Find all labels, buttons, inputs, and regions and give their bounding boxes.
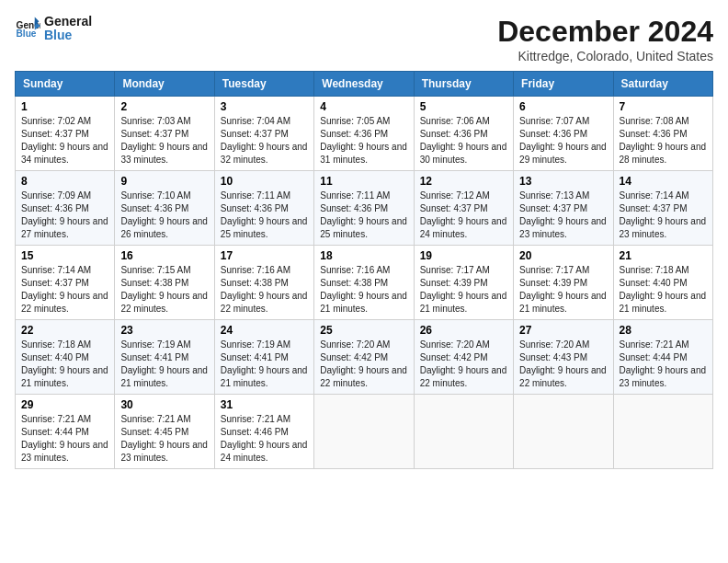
day-number: 10 — [221, 175, 308, 188]
day-number: 21 — [620, 249, 707, 262]
day-number: 19 — [420, 249, 507, 262]
day-info: Sunrise: 7:13 AMSunset: 4:37 PMDaylight:… — [519, 190, 607, 241]
day-info: Sunrise: 7:19 AMSunset: 4:41 PMDaylight:… — [120, 339, 208, 390]
day-number: 5 — [420, 100, 507, 113]
calendar-cell: 14Sunrise: 7:14 AMSunset: 4:37 PMDayligh… — [613, 171, 712, 246]
day-info: Sunrise: 7:05 AMSunset: 4:36 PMDaylight:… — [320, 115, 407, 167]
calendar-cell: 9Sunrise: 7:10 AMSunset: 4:36 PMDaylight… — [115, 171, 214, 246]
day-info: Sunrise: 7:21 AMSunset: 4:45 PMDaylight:… — [120, 413, 208, 465]
day-info: Sunrise: 7:20 AMSunset: 4:43 PMDaylight:… — [519, 339, 607, 390]
calendar-cell: 16Sunrise: 7:15 AMSunset: 4:38 PMDayligh… — [115, 246, 214, 320]
calendar-cell: 21Sunrise: 7:18 AMSunset: 4:40 PMDayligh… — [613, 246, 712, 320]
day-info: Sunrise: 7:06 AMSunset: 4:36 PMDaylight:… — [420, 115, 507, 167]
day-number: 22 — [21, 324, 108, 337]
calendar-cell: 24Sunrise: 7:19 AMSunset: 4:41 PMDayligh… — [214, 320, 313, 395]
calendar-cell: 22Sunrise: 7:18 AMSunset: 4:40 PMDayligh… — [16, 320, 115, 395]
day-number: 12 — [420, 175, 507, 188]
calendar-cell: 8Sunrise: 7:09 AMSunset: 4:36 PMDaylight… — [16, 171, 115, 246]
title-area: December 2024 Kittredge, Colorado, Unite… — [497, 15, 713, 63]
calendar-cell: 5Sunrise: 7:06 AMSunset: 4:36 PMDaylight… — [414, 97, 513, 171]
calendar-week-3: 15Sunrise: 7:14 AMSunset: 4:37 PMDayligh… — [16, 246, 713, 320]
day-info: Sunrise: 7:14 AMSunset: 4:37 PMDaylight:… — [620, 190, 707, 241]
day-number: 31 — [221, 398, 308, 411]
calendar-cell — [613, 395, 712, 469]
day-number: 3 — [221, 100, 308, 113]
day-number: 25 — [320, 324, 407, 337]
calendar-cell: 3Sunrise: 7:04 AMSunset: 4:37 PMDaylight… — [214, 97, 313, 171]
day-number: 4 — [320, 100, 407, 113]
day-info: Sunrise: 7:04 AMSunset: 4:37 PMDaylight:… — [221, 115, 308, 167]
calendar-cell: 4Sunrise: 7:05 AMSunset: 4:36 PMDaylight… — [314, 97, 414, 171]
calendar-cell: 26Sunrise: 7:20 AMSunset: 4:42 PMDayligh… — [414, 320, 513, 395]
calendar-cell: 7Sunrise: 7:08 AMSunset: 4:36 PMDaylight… — [613, 97, 712, 171]
day-info: Sunrise: 7:21 AMSunset: 4:46 PMDaylight:… — [221, 413, 308, 465]
day-info: Sunrise: 7:09 AMSunset: 4:36 PMDaylight:… — [21, 190, 108, 241]
calendar-week-2: 8Sunrise: 7:09 AMSunset: 4:36 PMDaylight… — [16, 171, 713, 246]
calendar-cell — [514, 395, 613, 469]
weekday-header-row: SundayMondayTuesdayWednesdayThursdayFrid… — [16, 72, 713, 97]
svg-text:Blue: Blue — [17, 29, 37, 40]
day-number: 8 — [21, 175, 108, 188]
calendar-cell: 10Sunrise: 7:11 AMSunset: 4:36 PMDayligh… — [214, 171, 313, 246]
header: General Blue General Blue December 2024 … — [15, 15, 713, 63]
day-info: Sunrise: 7:07 AMSunset: 4:36 PMDaylight:… — [519, 115, 607, 167]
calendar-cell: 2Sunrise: 7:03 AMSunset: 4:37 PMDaylight… — [115, 97, 214, 171]
day-info: Sunrise: 7:08 AMSunset: 4:36 PMDaylight:… — [620, 115, 707, 167]
calendar-cell: 18Sunrise: 7:16 AMSunset: 4:38 PMDayligh… — [314, 246, 414, 320]
day-info: Sunrise: 7:02 AMSunset: 4:37 PMDaylight:… — [21, 115, 108, 167]
day-info: Sunrise: 7:11 AMSunset: 4:36 PMDaylight:… — [320, 190, 407, 241]
day-number: 18 — [320, 249, 407, 262]
day-number: 20 — [519, 249, 607, 262]
day-info: Sunrise: 7:14 AMSunset: 4:37 PMDaylight:… — [21, 264, 108, 316]
day-number: 16 — [120, 249, 208, 262]
day-info: Sunrise: 7:17 AMSunset: 4:39 PMDaylight:… — [519, 264, 607, 316]
logo-text: General Blue — [44, 15, 92, 43]
day-info: Sunrise: 7:11 AMSunset: 4:36 PMDaylight:… — [221, 190, 308, 241]
day-number: 17 — [221, 249, 308, 262]
day-info: Sunrise: 7:17 AMSunset: 4:39 PMDaylight:… — [420, 264, 507, 316]
day-info: Sunrise: 7:18 AMSunset: 4:40 PMDaylight:… — [620, 264, 707, 316]
weekday-header-monday: Monday — [115, 72, 214, 97]
day-number: 30 — [120, 398, 208, 411]
calendar-week-5: 29Sunrise: 7:21 AMSunset: 4:44 PMDayligh… — [16, 395, 713, 469]
day-number: 28 — [620, 324, 707, 337]
day-number: 15 — [21, 249, 108, 262]
weekday-header-friday: Friday — [514, 72, 613, 97]
calendar-cell: 31Sunrise: 7:21 AMSunset: 4:46 PMDayligh… — [214, 395, 313, 469]
day-number: 24 — [221, 324, 308, 337]
calendar-cell: 23Sunrise: 7:19 AMSunset: 4:41 PMDayligh… — [115, 320, 214, 395]
calendar-week-1: 1Sunrise: 7:02 AMSunset: 4:37 PMDaylight… — [16, 97, 713, 171]
weekday-header-thursday: Thursday — [414, 72, 513, 97]
calendar-table: SundayMondayTuesdayWednesdayThursdayFrid… — [15, 71, 713, 469]
day-info: Sunrise: 7:20 AMSunset: 4:42 PMDaylight:… — [420, 339, 507, 390]
calendar-week-4: 22Sunrise: 7:18 AMSunset: 4:40 PMDayligh… — [16, 320, 713, 395]
day-number: 29 — [21, 398, 108, 411]
calendar-cell: 1Sunrise: 7:02 AMSunset: 4:37 PMDaylight… — [16, 97, 115, 171]
calendar-cell: 11Sunrise: 7:11 AMSunset: 4:36 PMDayligh… — [314, 171, 414, 246]
calendar-cell: 28Sunrise: 7:21 AMSunset: 4:44 PMDayligh… — [613, 320, 712, 395]
day-info: Sunrise: 7:12 AMSunset: 4:37 PMDaylight:… — [420, 190, 507, 241]
day-number: 13 — [519, 175, 607, 188]
day-number: 6 — [519, 100, 607, 113]
day-info: Sunrise: 7:03 AMSunset: 4:37 PMDaylight:… — [120, 115, 208, 167]
calendar-cell: 17Sunrise: 7:16 AMSunset: 4:38 PMDayligh… — [214, 246, 313, 320]
weekday-header-saturday: Saturday — [613, 72, 712, 97]
day-info: Sunrise: 7:16 AMSunset: 4:38 PMDaylight:… — [320, 264, 407, 316]
day-info: Sunrise: 7:18 AMSunset: 4:40 PMDaylight:… — [21, 339, 108, 390]
day-number: 7 — [620, 100, 707, 113]
day-info: Sunrise: 7:20 AMSunset: 4:42 PMDaylight:… — [320, 339, 407, 390]
day-number: 2 — [120, 100, 208, 113]
day-number: 9 — [120, 175, 208, 188]
calendar-cell: 13Sunrise: 7:13 AMSunset: 4:37 PMDayligh… — [514, 171, 613, 246]
calendar-cell — [414, 395, 513, 469]
calendar-cell: 15Sunrise: 7:14 AMSunset: 4:37 PMDayligh… — [16, 246, 115, 320]
calendar-cell: 19Sunrise: 7:17 AMSunset: 4:39 PMDayligh… — [414, 246, 513, 320]
calendar-cell — [314, 395, 414, 469]
calendar-cell: 29Sunrise: 7:21 AMSunset: 4:44 PMDayligh… — [16, 395, 115, 469]
day-info: Sunrise: 7:15 AMSunset: 4:38 PMDaylight:… — [120, 264, 208, 316]
calendar-cell: 6Sunrise: 7:07 AMSunset: 4:36 PMDaylight… — [514, 97, 613, 171]
weekday-header-tuesday: Tuesday — [214, 72, 313, 97]
month-title: December 2024 — [497, 15, 713, 49]
calendar-cell: 20Sunrise: 7:17 AMSunset: 4:39 PMDayligh… — [514, 246, 613, 320]
logo: General Blue General Blue — [15, 15, 92, 43]
